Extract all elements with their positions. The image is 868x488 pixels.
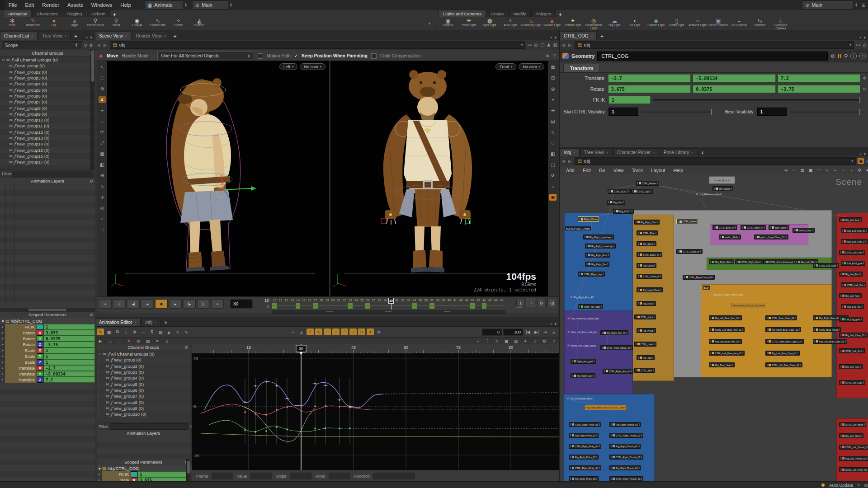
shelf-tool-sky-light[interactable]: ☁Sky Light (604, 18, 625, 30)
anim-edit-icon-6[interactable]: ✕ (154, 338, 161, 345)
tab-add[interactable]: + (597, 33, 606, 40)
params-search-icon[interactable]: ⚲ (844, 53, 848, 59)
tree-item[interactable]: ⋈ƒnew_group15 (0) (0, 147, 95, 153)
network-node-64[interactable]: CTRL_Right_Skirt (735, 259, 763, 264)
playback-button-5[interactable]: ▸ (169, 299, 182, 309)
network-node-21[interactable]: CTRL_Right_Elbow_IK (600, 345, 633, 350)
anim-interp-icon-1[interactable]: ∿ (315, 328, 322, 335)
keep-position-check-icon[interactable]: ✓ (294, 53, 298, 58)
graph-footer-field-accel[interactable] (329, 473, 350, 479)
timeline-frame-14[interactable]: 14 (295, 298, 301, 310)
tree-item[interactable]: ⋈ƒnew_group6 (0) (97, 387, 190, 393)
network-node-46[interactable]: Rig_Neck (637, 301, 656, 306)
timeline-frame-37[interactable]: 37 (429, 298, 435, 310)
param-value-field[interactable]: 1 (137, 471, 190, 477)
skirt-visibility-slider[interactable] (641, 111, 712, 113)
network-bypass-node-18[interactable]: ✕Skel_null_Ref_Local_Arm (567, 330, 597, 334)
network-node-74[interactable]: CTRL_Left_Bear_Arm_01 (709, 327, 745, 332)
viewport-display-icon-12[interactable]: ◉ (549, 194, 557, 201)
shelf-tool-look-at[interactable]: ◉Look At (127, 18, 147, 30)
anim-panel-scrollbar[interactable] (186, 459, 190, 481)
params-forward-icon[interactable]: ▶ (568, 42, 573, 47)
network-node-61[interactable]: CTRL_UpperChest_IN (683, 275, 715, 280)
translate-y-field[interactable]: -5.89134 (693, 74, 776, 82)
network-node-49[interactable]: CTRL_Head (634, 342, 656, 347)
shelf-tool-pose[interactable]: ✻Pose (2, 18, 23, 30)
timeline-frame-19[interactable]: 19 (324, 298, 330, 310)
viewport-right-view[interactable]: Front▾No cam▾ (330, 61, 548, 297)
tab--obj[interactable]: /obj× (141, 318, 161, 326)
param-value-field[interactable]: -2.7 (43, 365, 95, 371)
network-toolbar-icon-1[interactable]: ≔ (791, 167, 798, 174)
tree-item[interactable]: ⋈ƒnew_group5 (0) (97, 381, 190, 387)
tree-item[interactable]: ⋈ƒnew_group9 (0) (97, 405, 190, 411)
viewport-display-icon-5[interactable]: ▤ (549, 118, 557, 125)
network-menu-add[interactable]: Add (562, 168, 578, 173)
network-node-29[interactable]: Rig_Right_Pinky_01 (569, 433, 599, 438)
tree-item[interactable]: ⋈ƒnew_group12 (0) (0, 129, 95, 135)
network-toolbar-icon-0[interactable]: ✂ (783, 167, 790, 174)
shelf-tab-characters[interactable]: Characters (32, 10, 62, 17)
network-toolbar-icon-4[interactable]: ⬚ (815, 167, 822, 174)
network-node-43[interactable]: Rig_Chest (637, 263, 656, 268)
timeline-frame-46[interactable]: 46 (481, 298, 487, 310)
menu-assets[interactable]: Assets (63, 2, 87, 8)
network-node-60[interactable]: CTRL_Chest_IN (676, 249, 703, 254)
anim-tool-icon-0[interactable]: ✎ (97, 328, 104, 335)
menu-file[interactable]: File (5, 2, 21, 8)
audio-icon[interactable]: ◁) (547, 299, 556, 307)
network-node-98[interactable]: CTRL_Left_Hand (839, 422, 866, 427)
shelf-tab-polygon[interactable]: Polygon (531, 10, 556, 17)
network-node-1[interactable]: MX_Chops (712, 186, 733, 191)
left-cam-dropdown[interactable]: No cam▾ (300, 63, 326, 70)
channel-scrollbar[interactable] (90, 49, 94, 169)
tab-channel-list[interactable]: Channel List× (0, 32, 38, 40)
anim-view-icon-5[interactable]: ● (522, 338, 529, 345)
handle-mode-label[interactable]: Handle Mode (122, 53, 148, 58)
anim-interp-icon-6[interactable]: ⊓ (358, 328, 365, 335)
network-back-icon[interactable]: ◀ (561, 159, 566, 164)
right-view-dropdown[interactable]: Front▾ (495, 63, 517, 70)
viewport-tool-icon-15[interactable]: □ (99, 226, 106, 233)
params-path-field[interactable]: ▤obj▾ (575, 41, 854, 49)
shelf-tool-point-light[interactable]: ✳Point Light (458, 18, 479, 30)
houdini-clipboard-icon[interactable]: H (838, 53, 841, 59)
graph-footer-field-frame[interactable] (212, 473, 233, 479)
shelf-tool-environment-light[interactable]: ◎Environment Light (583, 18, 604, 30)
pin-icon[interactable]: ➤ (0, 372, 5, 376)
network-node-81[interactable]: Rig_Left_Bear_Cape_01 (765, 351, 800, 356)
param-value-field[interactable]: -3.75 (43, 342, 95, 347)
tab--obj[interactable]: /obj× (560, 148, 580, 156)
shelf-add-tab[interactable]: + (556, 12, 564, 17)
network-node-68[interactable]: Bear (703, 286, 710, 290)
timeline-frame-38[interactable]: 38 (435, 298, 441, 310)
anim-tool-icon-9[interactable]: ∿ (174, 328, 181, 335)
pin-icon[interactable]: ➤ (0, 355, 5, 358)
mode-label[interactable]: Move (107, 53, 118, 58)
shelf-tool-stereo-camera[interactable]: ▣Stereo Camera (708, 18, 729, 30)
network-node-54[interactable]: CTRL_Torso_IK (741, 225, 766, 230)
network-node-41[interactable]: Rig_Spine (637, 241, 656, 246)
motion-path-checkbox[interactable] (258, 53, 263, 59)
pin-icon[interactable]: ➤ (0, 331, 5, 335)
tree-item[interactable]: ⋈ƒnew_group2 (0) (0, 69, 95, 75)
layers-hscrollbar[interactable] (0, 308, 95, 312)
playback-button-8[interactable]: » (211, 299, 224, 309)
shelf-tool-geometry-light[interactable]: ♨Geometry Light (521, 18, 542, 30)
tree-root[interactable]: ⊟⋈ƒAll Channel Groups (0) (97, 351, 190, 357)
network-node-26[interactable]: Rig_Right_Hand_BLENDPOSE_Chops (585, 405, 627, 410)
network-node-40[interactable]: CTRL_Plan (637, 230, 658, 235)
network-box-6[interactable] (564, 311, 633, 394)
timeline-frame-41[interactable]: 41 (452, 298, 458, 310)
anim-edit-icon-4[interactable]: ⧉ (135, 338, 142, 345)
anim-view-icon-6[interactable]: ⚷ (531, 338, 538, 345)
rotate-ladder-icon[interactable]: ↻ (860, 87, 868, 91)
network-node-14[interactable]: CTRL_Right_Leg (578, 272, 605, 277)
shelf-tool-points[interactable]: ⁘Points (168, 18, 189, 30)
anim-edit-icon-5[interactable]: ▤ (144, 338, 151, 345)
network-node-83[interactable]: CTRL_Left_Bear_Cape_01 (765, 362, 802, 367)
timeline-frame-26[interactable]: 26 (365, 298, 371, 310)
anim-key-icon-1[interactable]: ◬ (298, 328, 305, 335)
network-node-35[interactable]: CTRL_Right_Pinky_03 (569, 465, 601, 470)
shelf-tool-gi-light[interactable]: ◐GI Light (625, 18, 646, 30)
